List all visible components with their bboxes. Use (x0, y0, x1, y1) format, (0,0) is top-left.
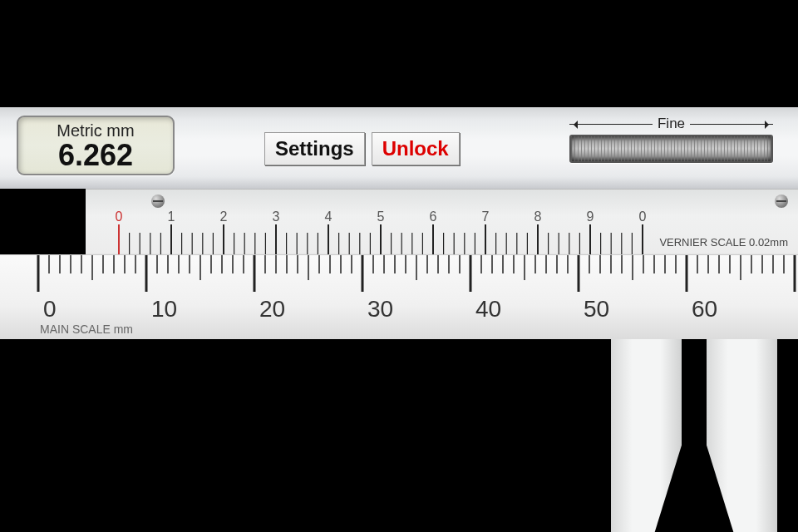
svg-text:10: 10 (151, 296, 177, 322)
vernier-scale[interactable]: 01234567890 VERNIER SCALE 0.02mm (86, 189, 798, 254)
svg-text:7: 7 (482, 209, 490, 224)
measurement-display: Metric mm 6.262 (17, 116, 175, 175)
vernier-scale-label: VERNIER SCALE 0.02mm (659, 236, 788, 249)
svg-text:9: 9 (587, 209, 594, 224)
svg-text:50: 50 (584, 296, 609, 322)
svg-text:5: 5 (377, 209, 385, 224)
jaw-right (707, 339, 777, 532)
svg-text:4: 4 (325, 209, 332, 224)
svg-text:2: 2 (220, 209, 228, 224)
fine-wheel[interactable] (569, 135, 773, 163)
svg-text:0: 0 (43, 296, 57, 322)
svg-text:3: 3 (273, 209, 280, 224)
settings-button[interactable]: Settings (264, 132, 365, 165)
svg-text:20: 20 (259, 296, 285, 322)
caliper-jaws (611, 339, 777, 532)
jaw-gap (682, 339, 707, 455)
button-row: Settings Unlock (264, 132, 460, 165)
svg-text:0: 0 (639, 209, 647, 224)
measurement-value: 6.262 (58, 140, 133, 170)
main-scale-label: MAIN SCALE mm (40, 323, 133, 336)
main-scale[interactable]: 0102030405060 MAIN SCALE mm (0, 254, 798, 339)
unlock-button[interactable]: Unlock (372, 132, 460, 165)
svg-text:30: 30 (367, 296, 393, 322)
arrow-right-icon (690, 124, 773, 125)
fine-label-row: Fine (569, 116, 773, 132)
svg-text:1: 1 (168, 209, 175, 224)
svg-text:40: 40 (475, 296, 501, 322)
screw-icon (775, 195, 788, 208)
arrow-left-icon (569, 124, 653, 125)
svg-text:6: 6 (430, 209, 437, 224)
screw-icon (151, 195, 165, 208)
svg-text:0: 0 (116, 209, 123, 224)
svg-text:8: 8 (534, 209, 542, 224)
svg-text:60: 60 (692, 296, 717, 322)
fine-adjust: Fine (569, 116, 773, 163)
fine-label: Fine (658, 116, 685, 132)
jaw-left (611, 339, 682, 532)
control-bar: Metric mm 6.262 Settings Unlock Fine (0, 107, 798, 189)
